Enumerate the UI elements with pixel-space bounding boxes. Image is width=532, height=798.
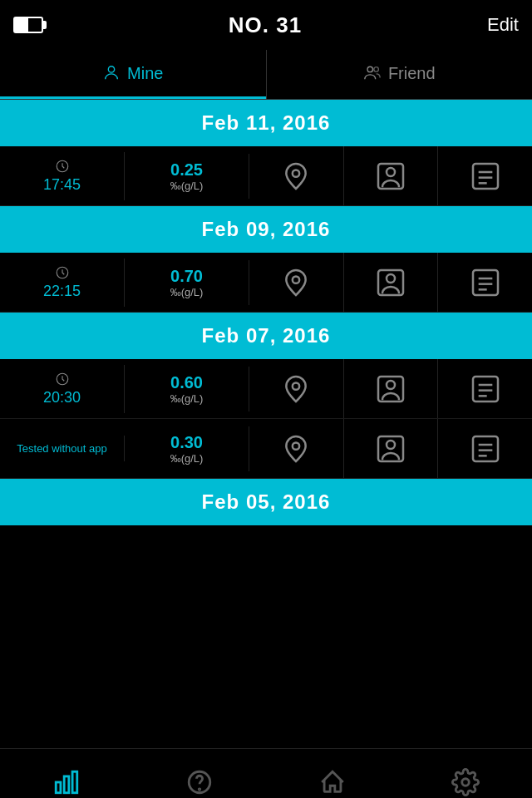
bar-chart-icon xyxy=(52,768,81,796)
tab-mine[interactable]: Mine xyxy=(0,50,266,99)
svg-rect-7 xyxy=(473,164,498,189)
svg-point-2 xyxy=(374,67,379,72)
time-cell: 22:15 xyxy=(0,259,125,307)
svg-point-1 xyxy=(367,66,372,71)
location-cell[interactable] xyxy=(249,146,344,205)
time-cell: 17:45 xyxy=(0,152,125,200)
svg-rect-23 xyxy=(473,377,498,401)
bottom-nav xyxy=(0,748,532,798)
svg-point-20 xyxy=(293,382,299,389)
friends-icon xyxy=(363,64,382,82)
table-row: 22:15 0.70 ‰(g/L) xyxy=(0,253,532,313)
bac-cell: 0.70 ‰(g/L) xyxy=(125,260,249,305)
location-icon xyxy=(279,160,313,193)
profile-icon xyxy=(374,432,407,466)
table-row: 20:30 0.60 ‰(g/L) xyxy=(0,359,532,419)
date-header-feb07: Feb 07, 2016 xyxy=(0,313,532,359)
profile-cell[interactable] xyxy=(344,419,439,478)
svg-rect-15 xyxy=(473,270,498,295)
svg-point-14 xyxy=(387,274,395,283)
location-cell[interactable] xyxy=(249,359,344,418)
notes-icon xyxy=(469,372,502,406)
svg-rect-34 xyxy=(56,782,61,793)
bac-cell: 0.25 ‰(g/L) xyxy=(125,154,249,199)
table-row: Tested without app 0.30 ‰(g/L) xyxy=(0,419,532,479)
page-title: NO. 31 xyxy=(229,12,302,38)
profile-cell[interactable] xyxy=(344,359,439,418)
notes-icon xyxy=(469,432,502,466)
nav-stats[interactable] xyxy=(0,749,133,798)
date-header-feb09: Feb 09, 2016 xyxy=(0,206,532,253)
home-icon xyxy=(318,768,347,796)
notes-icon xyxy=(469,266,502,299)
edit-button[interactable]: Edit xyxy=(487,14,519,36)
clock-icon xyxy=(55,265,70,280)
notes-icon xyxy=(469,160,502,193)
location-icon xyxy=(279,266,313,299)
bac-cell: 0.30 ‰(g/L) xyxy=(125,426,249,471)
svg-point-12 xyxy=(293,276,299,283)
clock-icon xyxy=(55,372,70,387)
location-icon xyxy=(279,432,313,466)
person-icon xyxy=(102,64,121,82)
location-cell[interactable] xyxy=(249,253,344,312)
svg-point-39 xyxy=(462,778,470,786)
notes-cell[interactable] xyxy=(438,419,532,478)
time-cell: 20:30 xyxy=(0,365,125,413)
svg-point-27 xyxy=(293,442,299,449)
battery-icon xyxy=(13,17,43,33)
profile-icon xyxy=(374,160,407,193)
time-cell-no-app: Tested without app xyxy=(0,436,125,462)
notes-cell[interactable] xyxy=(438,146,532,205)
table-row: 17:45 0.25 ‰(g/L) xyxy=(0,146,532,206)
date-header-feb05: Feb 05, 2016 xyxy=(0,479,532,525)
svg-rect-36 xyxy=(72,771,77,793)
tab-bar: Mine Friend xyxy=(0,50,532,100)
bac-cell: 0.60 ‰(g/L) xyxy=(125,367,249,411)
nav-help[interactable] xyxy=(133,749,266,798)
question-icon xyxy=(185,768,214,796)
status-bar: NO. 31 Edit xyxy=(0,0,532,50)
svg-point-6 xyxy=(387,168,395,176)
profile-cell[interactable] xyxy=(344,146,439,205)
clock-icon xyxy=(55,159,70,174)
nav-home[interactable] xyxy=(266,749,399,798)
profile-icon xyxy=(374,372,407,406)
content-area: Feb 11, 2016 17:45 0.25 ‰(g/L) xyxy=(0,100,532,748)
svg-rect-30 xyxy=(473,436,498,461)
svg-point-29 xyxy=(387,441,395,449)
tab-friend[interactable]: Friend xyxy=(267,50,533,99)
date-header-feb11: Feb 11, 2016 xyxy=(0,100,532,146)
svg-point-4 xyxy=(293,170,299,176)
profile-cell[interactable] xyxy=(344,253,439,312)
svg-point-0 xyxy=(108,66,114,72)
notes-cell[interactable] xyxy=(438,253,532,312)
svg-point-22 xyxy=(387,381,395,389)
svg-rect-35 xyxy=(64,776,69,792)
gear-icon xyxy=(451,768,480,796)
location-icon xyxy=(279,372,313,406)
location-cell[interactable] xyxy=(249,419,344,478)
profile-icon xyxy=(374,266,407,299)
nav-settings[interactable] xyxy=(399,749,532,798)
notes-cell[interactable] xyxy=(438,359,532,418)
svg-point-38 xyxy=(199,788,200,789)
